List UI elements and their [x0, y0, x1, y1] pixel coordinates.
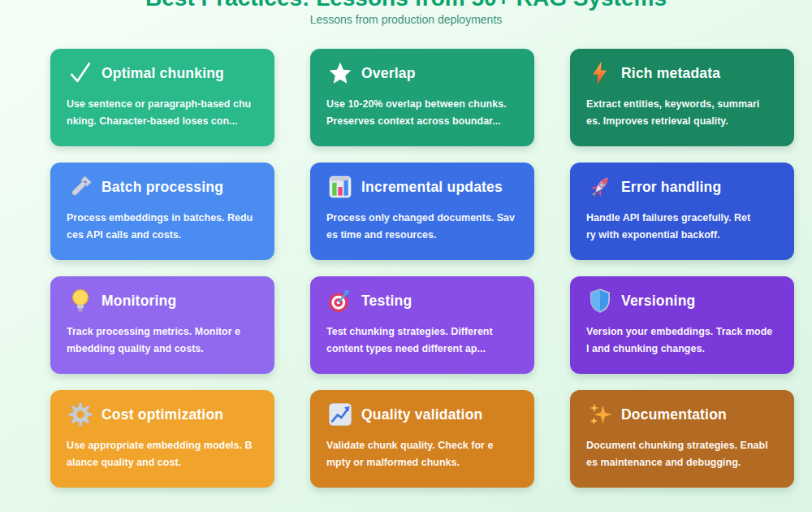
shield-icon	[586, 287, 614, 315]
card-body-line: Process embeddings in batches. Redu	[67, 210, 258, 227]
card-header: Cost optimization	[50, 390, 274, 428]
card-body-line: nking. Character-based loses con...	[67, 113, 258, 130]
card-header: Optimal chunking	[50, 49, 274, 87]
card-header: Quality validation	[310, 390, 534, 428]
card-title: Testing	[361, 293, 412, 310]
lightning-icon	[586, 59, 614, 87]
practice-card: Documentation Document chunking strategi…	[570, 390, 794, 488]
card-title: Cost optimization	[102, 406, 223, 423]
card-body-line: ces API calls and costs.	[67, 227, 258, 244]
practice-card: Batch processing Process embeddings in b…	[50, 163, 274, 260]
card-header: Batch processing	[50, 163, 274, 201]
card-header: Documentation	[570, 390, 794, 428]
card-body: Process embeddings in batches. Redu ces …	[50, 210, 274, 244]
star-icon	[326, 59, 354, 87]
practice-card: Rich metadata Extract entities, keywords…	[570, 49, 794, 146]
card-header: Testing	[310, 276, 534, 315]
card-title: Optimal chunking	[102, 65, 224, 82]
practice-card: Testing Test chunking strategies. Differ…	[310, 276, 534, 374]
card-body: Version your embeddings. Track mode l an…	[570, 323, 794, 358]
card-body-line: l and chunking changes.	[586, 341, 778, 358]
card-body-line: Document chunking strategies. Enabl	[586, 437, 778, 454]
card-body-line: content types need different ap...	[326, 341, 518, 358]
card-body-line: Use sentence or paragraph-based chu	[67, 96, 258, 113]
card-body-line: Handle API failures gracefully. Ret	[586, 210, 778, 227]
card-body: Use 10-20% overlap between chunks. Prese…	[310, 96, 534, 130]
rocket-icon	[586, 173, 614, 201]
card-body-line: alance quality and cost.	[67, 454, 258, 471]
card-body-line: mbedding quality and costs.	[67, 341, 258, 358]
card-title: Overlap	[361, 65, 416, 82]
card-title: Documentation	[621, 406, 727, 423]
card-header: Overlap	[310, 49, 534, 87]
card-body-line: Use 10-20% overlap between chunks.	[326, 96, 518, 113]
card-title: Versioning	[621, 293, 695, 310]
practices-grid: Optimal chunking Use sentence or paragra…	[50, 49, 812, 488]
page-title: Best Practices: Lessons from 50+ RAG Sys…	[0, 0, 812, 11]
card-body-line: Test chunking strategies. Different	[326, 323, 518, 341]
practice-card: Versioning Version your embeddings. Trac…	[570, 276, 794, 374]
card-title: Batch processing	[102, 179, 223, 196]
card-title: Quality validation	[361, 406, 482, 423]
card-body-line: Preserves context across boundar...	[326, 113, 518, 130]
card-body: Use appropriate embedding models. B alan…	[50, 437, 274, 471]
card-body: Track processing metrics. Monitor e mbed…	[50, 323, 274, 358]
card-body-line: es maintenance and debugging.	[586, 454, 778, 471]
card-title: Incremental updates	[361, 179, 503, 196]
card-body: Extract entities, keywords, summari es. …	[570, 96, 794, 130]
practice-card: Error handling Handle API failures grace…	[570, 163, 794, 260]
card-body-line: Extract entities, keywords, summari	[586, 96, 778, 113]
card-title: Rich metadata	[621, 65, 720, 82]
card-body-line: mpty or malformed chunks.	[326, 454, 518, 471]
card-body: Validate chunk quality. Check for e mpty…	[310, 437, 534, 471]
card-body: Test chunking strategies. Different cont…	[310, 323, 534, 358]
card-header: Versioning	[570, 276, 794, 315]
gear-icon	[67, 401, 94, 428]
sparkles-icon	[586, 401, 614, 428]
card-title: Error handling	[621, 179, 721, 196]
wrench-icon	[67, 173, 94, 201]
card-body-line: Version your embeddings. Track mode	[586, 323, 778, 341]
card-body-line: Process only changed documents. Sav	[326, 210, 518, 227]
page-subtitle: Lessons from production deployments	[0, 13, 812, 26]
card-body: Handle API failures gracefully. Ret ry w…	[570, 210, 794, 244]
card-body-line: Use appropriate embedding models. B	[67, 437, 258, 454]
card-body: Use sentence or paragraph-based chu nkin…	[50, 96, 274, 130]
check-icon	[67, 59, 94, 87]
card-body: Process only changed documents. Sav es t…	[310, 210, 534, 244]
card-body-line: ry with exponential backoff.	[586, 227, 778, 244]
card-body-line: Validate chunk quality. Check for e	[326, 437, 518, 454]
practice-card: Overlap Use 10-20% overlap between chunk…	[310, 49, 534, 146]
practice-card: Incremental updates Process only changed…	[310, 163, 534, 260]
practice-card: Optimal chunking Use sentence or paragra…	[50, 49, 274, 146]
card-header: Incremental updates	[310, 163, 534, 201]
card-body-line: Track processing metrics. Monitor e	[67, 323, 258, 341]
card-header: Error handling	[570, 163, 794, 201]
card-header: Rich metadata	[570, 49, 794, 87]
card-body-line: es time and resources.	[326, 227, 518, 244]
card-body: Document chunking strategies. Enabl es m…	[570, 437, 794, 471]
practice-card: Cost optimization Use appropriate embedd…	[50, 390, 274, 488]
chart-up-icon	[326, 401, 354, 428]
page-header: Best Practices: Lessons from 50+ RAG Sys…	[0, 0, 812, 26]
card-body-line: es. Improves retrieval quality.	[586, 113, 778, 130]
card-title: Monitoring	[102, 293, 176, 310]
practice-card: Quality validation Validate chunk qualit…	[310, 390, 534, 488]
target-icon	[326, 287, 354, 315]
bar-chart-icon	[326, 173, 354, 201]
card-header: Monitoring	[50, 276, 274, 315]
bulb-icon	[67, 287, 94, 315]
practice-card: Monitoring Track processing metrics. Mon…	[50, 276, 274, 374]
